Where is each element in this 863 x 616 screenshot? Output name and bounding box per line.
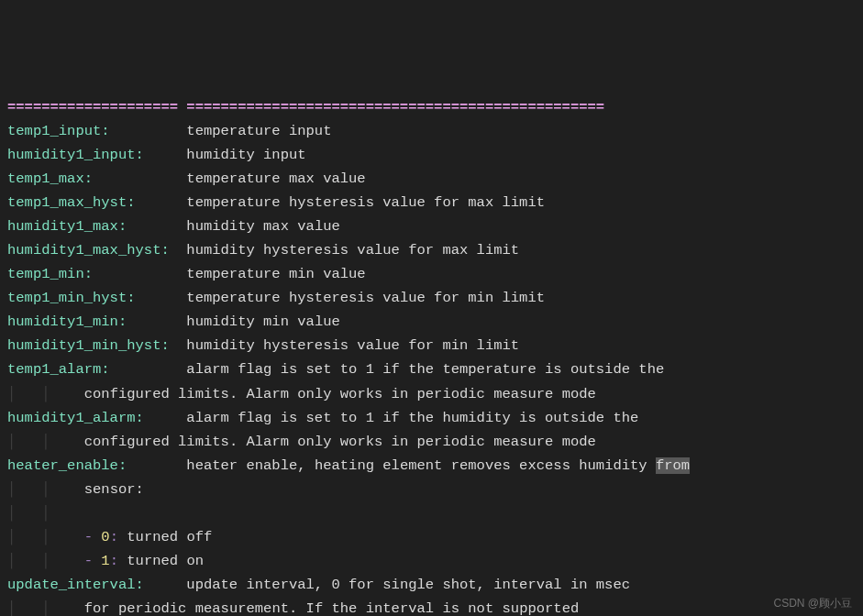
- doc-row: temp1_alarm: alarm flag is set to 1 if t…: [0, 358, 863, 381]
- doc-row: temp1_input: temperature input: [0, 119, 863, 143]
- doc-row: humidity1_max_hyst: humidity hysteresis …: [0, 238, 863, 262]
- doc-row: update_interval: update interval, 0 for …: [0, 573, 863, 597]
- doc-row: temp1_min_hyst: temperature hysteresis v…: [0, 286, 863, 310]
- doc-row: temp1_max: temperature max value: [0, 167, 863, 191]
- doc-row: humidity1_min: humidity min value: [0, 310, 863, 334]
- watermark: CSDN @顾小豆: [773, 594, 852, 612]
- doc-row-cont: │ │: [0, 501, 863, 525]
- doc-row-cont: │ │ configured limits. Alarm only works …: [0, 430, 863, 454]
- doc-row-cont: │ │ - 1: turned on: [0, 549, 863, 573]
- doc-row: humidity1_max: humidity max value: [0, 214, 863, 238]
- doc-row-cont: │ │ configured limits. Alarm only works …: [0, 382, 863, 406]
- doc-row-cont: │ │ - 0: turned off: [0, 525, 863, 549]
- doc-row: humidity1_alarm: alarm flag is set to 1 …: [0, 406, 863, 430]
- doc-row: temp1_max_hyst: temperature hysteresis v…: [0, 191, 863, 214]
- doc-row-cont: │ │ sensor:: [0, 478, 863, 501]
- doc-row-cont: │ │ for periodic measurement. If the int…: [0, 597, 863, 616]
- doc-row: temp1_min: temperature min value: [0, 262, 863, 286]
- doc-row: humidity1_input: humidity input: [0, 143, 863, 167]
- doc-row: humidity1_min_hyst: humidity hysteresis …: [0, 334, 863, 358]
- doc-row: heater_enable: heater enable, heating el…: [0, 454, 863, 478]
- terminal-output: ==================== ===================…: [0, 95, 863, 616]
